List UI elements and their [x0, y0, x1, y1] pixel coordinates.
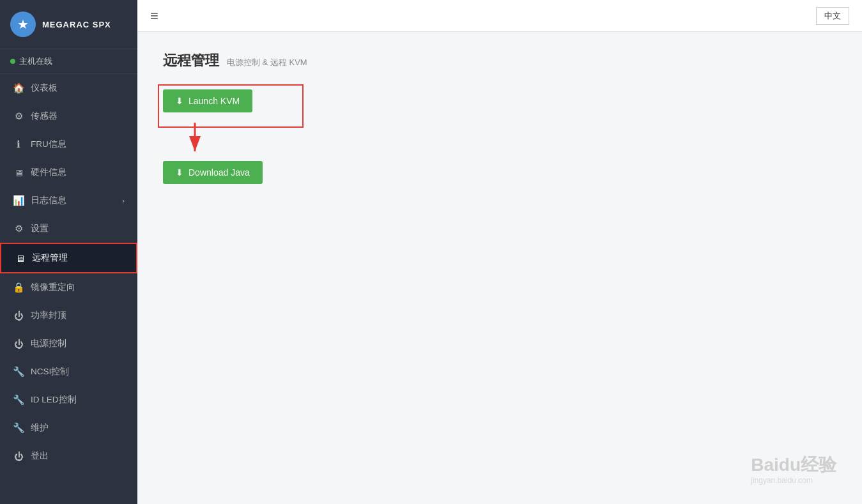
sidebar-item-remote[interactable]: 🖥 远程管理 [0, 243, 137, 273]
sidebar-item-label: NCSI控制 [31, 366, 69, 378]
logout-icon: ⏻ [13, 451, 24, 462]
sidebar-item-label: 传感器 [31, 111, 58, 122]
sidebar-item-label: 仪表板 [31, 82, 58, 94]
sidebar-item-powercap[interactable]: ⏻ 功率封顶 [0, 302, 137, 330]
remote-icon: 🖥 [14, 253, 26, 264]
watermark-sub: jingyan.baidu.com [751, 476, 836, 485]
logo-star-icon: ★ [10, 11, 36, 37]
idled-icon: 🔧 [13, 394, 24, 406]
host-status-label: 主机在线 [19, 56, 52, 67]
content-area: 远程管理 电源控制 & 远程 KVM ⬇ Launch KVM [137, 32, 862, 504]
download-java-button[interactable]: ⬇ Download Java [163, 161, 263, 184]
sensors-icon: ⚙ [13, 111, 24, 122]
sidebar-item-power[interactable]: ⏻ 电源控制 [0, 330, 137, 358]
sidebar-item-sensors[interactable]: ⚙ 传感器 [0, 102, 137, 130]
page-title-area: 远程管理 电源控制 & 远程 KVM [163, 51, 836, 70]
baidu-watermark: Baidu经验 jingyan.baidu.com [751, 454, 836, 485]
launch-kvm-label: Launch KVM [189, 96, 240, 106]
logs-icon: 📊 [13, 195, 24, 206]
sidebar-item-label: 硬件信息 [31, 167, 66, 178]
sidebar-item-dashboard[interactable]: 🏠 仪表板 [0, 74, 137, 102]
sidebar-item-maintenance[interactable]: 🔧 维护 [0, 414, 137, 442]
sidebar-item-label: 镜像重定向 [31, 282, 75, 293]
download-java-icon: ⬇ [176, 167, 183, 178]
launch-kvm-button[interactable]: ⬇ Launch KVM [163, 89, 252, 112]
main-area: ≡ 中文 远程管理 电源控制 & 远程 KVM ⬇ Launch KVM [137, 0, 862, 504]
sidebar-item-image[interactable]: 🔒 镜像重定向 [0, 273, 137, 302]
ncsi-icon: 🔧 [13, 366, 24, 378]
sidebar-item-label: FRU信息 [31, 139, 66, 150]
sidebar-item-settings[interactable]: ⚙ 设置 [0, 215, 137, 243]
image-icon: 🔒 [13, 282, 24, 293]
sidebar-item-label: 登出 [31, 450, 49, 462]
sidebar-logo: ★ MEGARAC SPX [0, 0, 137, 49]
hamburger-icon[interactable]: ≡ [150, 8, 158, 24]
sidebar-item-idled[interactable]: 🔧 ID LED控制 [0, 386, 137, 414]
settings-icon: ⚙ [13, 223, 24, 234]
sidebar-item-ncsi[interactable]: 🔧 NCSI控制 [0, 358, 137, 386]
topbar: ≡ 中文 [137, 0, 862, 32]
sidebar-item-fru[interactable]: ℹ FRU信息 [0, 130, 137, 158]
maintenance-icon: 🔧 [13, 422, 24, 434]
download-java-label: Download Java [189, 167, 250, 178]
language-button[interactable]: 中文 [816, 7, 849, 25]
arrow-container [176, 119, 836, 158]
logo-text: MEGARAC SPX [42, 20, 111, 29]
watermark-text: Baidu经验 [751, 454, 836, 476]
sidebar-item-logout[interactable]: ⏻ 登出 [0, 442, 137, 470]
host-status: 主机在线 [0, 49, 137, 74]
sidebar-item-hardware[interactable]: 🖥 硬件信息 [0, 158, 137, 187]
status-dot-icon [10, 59, 15, 64]
sidebar-item-label: 功率封顶 [31, 310, 66, 321]
sidebar-item-label: 日志信息 [31, 195, 66, 206]
sidebar-item-label: 远程管理 [32, 252, 68, 264]
fru-icon: ℹ [13, 139, 24, 150]
sidebar-item-label: 维护 [31, 422, 49, 434]
dashboard-icon: 🏠 [13, 82, 24, 94]
sidebar-item-logs[interactable]: 📊 日志信息 › [0, 187, 137, 215]
sidebar-item-label: 设置 [31, 223, 49, 234]
page-title: 远程管理 [163, 51, 219, 70]
sidebar-item-label: 电源控制 [31, 338, 66, 349]
power-icon: ⏻ [13, 339, 24, 349]
sidebar-item-label: ID LED控制 [31, 394, 77, 406]
hardware-icon: 🖥 [13, 167, 24, 178]
nav-menu: 🏠 仪表板 ⚙ 传感器 ℹ FRU信息 🖥 硬件信息 📊 日志信息 › ⚙ 设置 [0, 74, 137, 504]
download-icon: ⬇ [176, 96, 183, 106]
chevron-right-icon: › [122, 197, 125, 204]
red-arrow-icon [176, 119, 214, 158]
powercap-icon: ⏻ [13, 310, 24, 321]
sidebar: ★ MEGARAC SPX 主机在线 🏠 仪表板 ⚙ 传感器 ℹ FRU信息 🖥… [0, 0, 137, 504]
page-subtitle: 电源控制 & 远程 KVM [227, 57, 307, 68]
